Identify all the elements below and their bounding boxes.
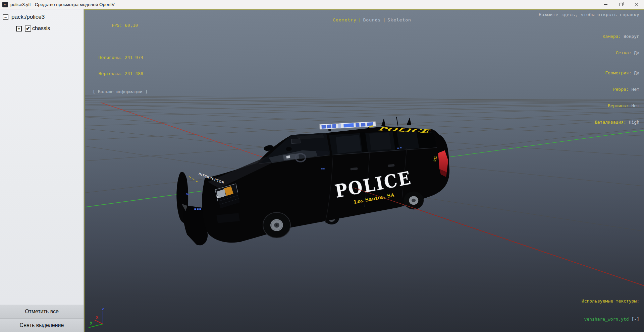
texture-collapse-toggle[interactable]: [-] [632, 317, 639, 322]
tree-item-label: chassis [32, 25, 50, 31]
minimize-icon [604, 4, 607, 5]
vertices-mode-label: Вершины: [608, 103, 629, 108]
openiv-logo-icon: IV [2, 2, 8, 7]
texture-row: vehshare_worn.ytd[-] [582, 316, 639, 323]
camera-label: Камера: [602, 34, 621, 39]
tree-root-label: pack:/police3 [11, 14, 45, 20]
close-icon [634, 3, 638, 7]
sidebar-buttons: Отметить все Снять выделение [0, 305, 84, 332]
texture-name: vehshare_worn.ytd [584, 317, 629, 322]
used-textures-header: Используемые текстуры: [582, 297, 639, 305]
geometry-label: Геометрия: [605, 70, 631, 75]
gizmo-y-label: y [90, 320, 92, 325]
tab-skeleton[interactable]: Skeleton [387, 17, 411, 22]
detail-label: Детализация: [595, 120, 626, 125]
restore-icon [620, 3, 623, 6]
expand-icon[interactable]: + [16, 26, 22, 31]
used-textures-panel: Используемые текстуры: vehshare_worn.ytd… [582, 287, 639, 332]
edges-value: Нет [632, 87, 639, 92]
edges-label: Рёбра: [613, 87, 629, 92]
polygons-value: 241 974 [125, 55, 143, 60]
model-tree: − pack:/police3 + ✔ chassis [0, 9, 84, 33]
camera-value: Вокруг [624, 34, 639, 39]
grid-value: Да [634, 50, 639, 55]
model-viewport[interactable]: POLICE 911 [84, 9, 644, 332]
tab-geometry[interactable]: Geometry [333, 17, 357, 22]
detail-value: High [629, 120, 639, 125]
tab-separator: | [359, 17, 361, 22]
minimize-button[interactable] [598, 0, 613, 9]
tree-item-chassis[interactable]: + ✔ chassis [16, 24, 84, 33]
window-title: police3.yft - Средство просмотра моделей… [10, 2, 115, 7]
gizmo-x-label: x [96, 315, 98, 320]
roof-antennas [381, 117, 411, 126]
help-link[interactable]: Нажмите здесь, чтобы открыть справку [539, 12, 639, 17]
vertices-mode-value: Нет [632, 103, 639, 108]
geometry-value: Да [634, 70, 639, 75]
tab-separator: | [383, 17, 385, 22]
model-tree-sidebar: − pack:/police3 + ✔ chassis Отметить все… [0, 9, 84, 332]
tab-bounds[interactable]: Bounds [363, 17, 381, 22]
chassis-checkbox[interactable]: ✔ [25, 25, 31, 32]
more-info-link[interactable]: [ Больше информации ] [93, 89, 148, 94]
clear-selection-button[interactable]: Снять выделение [0, 318, 84, 332]
world-x-axis-line-front [354, 188, 644, 285]
front-wheel [263, 212, 290, 238]
axis-gizmo: z x y [89, 307, 104, 328]
3d-scene: POLICE 911 [85, 10, 644, 332]
polygons-label: Полигоны: [89, 55, 122, 60]
tree-root-pack-police3[interactable]: − pack:/police3 [3, 13, 84, 21]
gizmo-z-label: z [102, 307, 104, 311]
rear-wheel [404, 191, 424, 209]
rearview-mirror [291, 139, 301, 143]
collapse-icon[interactable]: − [3, 14, 8, 20]
close-button[interactable] [629, 0, 644, 9]
vertices-value: 241 488 [125, 71, 143, 76]
vertices-label: Вертексы: [89, 71, 122, 76]
restore-button[interactable] [613, 0, 629, 9]
view-settings: Камера: Вокруг Сетка: Да Геометрия: Да Р… [595, 23, 639, 136]
openiv-model-viewer-window: IV police3.yft - Средство просмотра моде… [0, 0, 644, 332]
check-all-button[interactable]: Отметить все [0, 305, 84, 318]
grid-label: Сетка: [616, 50, 632, 55]
title-bar: IV police3.yft - Средство просмотра моде… [0, 0, 644, 9]
police-car-model: POLICE 911 [176, 117, 449, 245]
